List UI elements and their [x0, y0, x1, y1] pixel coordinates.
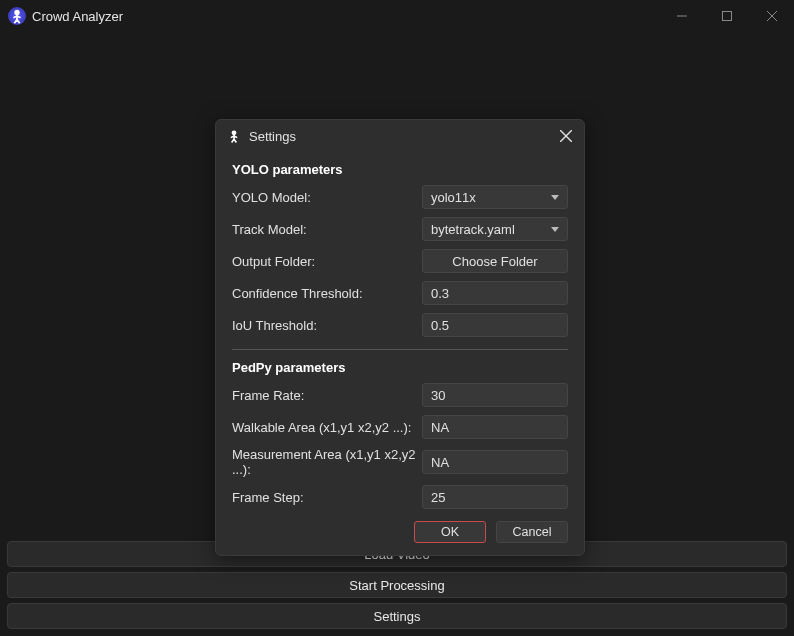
dialog-titlebar: Settings	[216, 120, 584, 152]
settings-button[interactable]: Settings	[7, 603, 787, 629]
window-title: Crowd Analyzer	[32, 9, 123, 24]
measurement-row: Measurement Area (x1,y1 x2,y2 ...):	[232, 443, 568, 481]
track-model-label: Track Model:	[232, 222, 422, 237]
dialog-app-icon	[226, 128, 242, 144]
dialog-title: Settings	[249, 129, 296, 144]
frame-rate-row: Frame Rate:	[232, 379, 568, 411]
app-icon	[8, 7, 26, 25]
yolo-section-title: YOLO parameters	[232, 156, 568, 181]
window-titlebar: Crowd Analyzer	[0, 0, 794, 32]
output-folder-label: Output Folder:	[232, 254, 422, 269]
yolo-model-row: YOLO Model: yolo11x	[232, 181, 568, 213]
frame-rate-label: Frame Rate:	[232, 388, 422, 403]
frame-step-row: Frame Step:	[232, 481, 568, 513]
svg-rect-2	[722, 12, 731, 21]
choose-folder-button[interactable]: Choose Folder	[422, 249, 568, 273]
maximize-button[interactable]	[704, 0, 749, 32]
walkable-label: Walkable Area (x1,y1 x2,y2 ...):	[232, 420, 422, 435]
frame-step-label: Frame Step:	[232, 490, 422, 505]
yolo-model-select[interactable]: yolo11x	[422, 185, 568, 209]
iou-label: IoU Threshold:	[232, 318, 422, 333]
ok-button[interactable]: OK	[414, 521, 486, 543]
iou-row: IoU Threshold:	[232, 309, 568, 341]
yolo-model-label: YOLO Model:	[232, 190, 422, 205]
dialog-close-button[interactable]	[556, 126, 576, 146]
dialog-button-row: OK Cancel	[232, 513, 568, 543]
dialog-body: YOLO parameters YOLO Model: yolo11x Trac…	[216, 152, 584, 555]
measurement-label: Measurement Area (x1,y1 x2,y2 ...):	[232, 447, 422, 477]
track-model-row: Track Model: bytetrack.yaml	[232, 213, 568, 245]
minimize-button[interactable]	[659, 0, 704, 32]
separator	[232, 349, 568, 350]
walkable-input[interactable]	[422, 415, 568, 439]
cancel-button[interactable]: Cancel	[496, 521, 568, 543]
confidence-row: Confidence Threshold:	[232, 277, 568, 309]
yolo-model-value: yolo11x	[431, 190, 476, 205]
close-button[interactable]	[749, 0, 794, 32]
track-model-value: bytetrack.yaml	[431, 222, 515, 237]
iou-input[interactable]	[422, 313, 568, 337]
measurement-input[interactable]	[422, 450, 568, 474]
settings-dialog: Settings YOLO parameters YOLO Model: yol…	[215, 119, 585, 556]
output-folder-row: Output Folder: Choose Folder	[232, 245, 568, 277]
window-controls	[659, 0, 794, 32]
walkable-row: Walkable Area (x1,y1 x2,y2 ...):	[232, 411, 568, 443]
pedpy-section-title: PedPy parameters	[232, 354, 568, 379]
confidence-input[interactable]	[422, 281, 568, 305]
track-model-select[interactable]: bytetrack.yaml	[422, 217, 568, 241]
frame-rate-input[interactable]	[422, 383, 568, 407]
frame-step-input[interactable]	[422, 485, 568, 509]
confidence-label: Confidence Threshold:	[232, 286, 422, 301]
start-processing-button[interactable]: Start Processing	[7, 572, 787, 598]
